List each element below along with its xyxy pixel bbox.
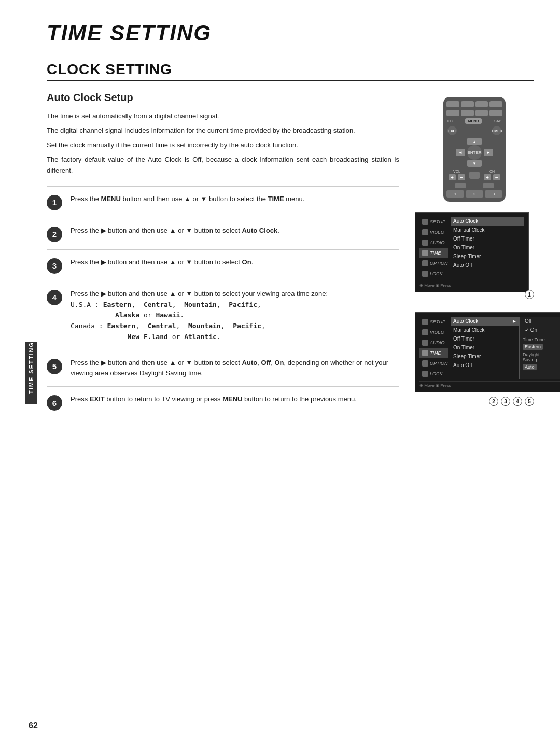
osd-on-timer-2: On Timer (451, 343, 519, 352)
osd-video-item: VIDEO (419, 227, 448, 237)
osd-menu-items-1: Auto Clock Manual Clock Off Timer On Tim… (451, 217, 524, 279)
remote-illustration: CC MENU SAP EXIT TIMER ▲ ◄ (415, 97, 534, 202)
osd-wrapper-1: SETUP VIDEO AUDIO TIME OPTION LOCK Auto … (415, 212, 529, 297)
step-text-3: Press the ▶ button and then use ▲ or ▼ b… (71, 257, 399, 268)
osd-auto-off: Auto Off (451, 261, 524, 270)
step-6: 6 Press EXIT button to return to TV view… (47, 386, 399, 418)
timer-button[interactable]: TIMER (492, 126, 501, 135)
section-title: CLOCK SETTING (47, 61, 534, 81)
remote-control: CC MENU SAP EXIT TIMER ▲ ◄ (443, 97, 506, 202)
auto-bold: Auto (242, 359, 258, 367)
osd-submenu: Off On Time Zone Eastern DaylightSaving … (519, 317, 560, 379)
osd-lock-icon (422, 271, 428, 277)
step-text-5: Press the ▶ button and then use ▲ or ▼ b… (71, 358, 399, 379)
vol-minus-button[interactable]: − (458, 174, 465, 180)
page-number: 62 (29, 721, 38, 730)
fav-button[interactable] (483, 183, 494, 188)
cc-label: CC (447, 119, 453, 123)
remote-btn-1 (446, 101, 459, 107)
step-indicator-3: 3 (501, 397, 510, 406)
osd-audio-icon (422, 240, 428, 246)
exit-button[interactable]: EXIT (447, 126, 457, 135)
step-text-1: Press the MENU button and then use ▲ or … (71, 194, 399, 205)
nav-up-button[interactable]: ▲ (467, 138, 482, 145)
osd-daylight-row: DaylightSaving Auto (523, 352, 560, 370)
nav-down-button[interactable]: ▼ (467, 160, 482, 167)
osd-footer-2: ⊕ Move ◉ Press (419, 381, 560, 388)
remote-btn-5 (446, 110, 459, 116)
osd-audio-icon-2 (422, 340, 428, 346)
intro-para-2: The digital channel signal includes info… (47, 125, 399, 136)
remote-btn-7 (475, 110, 488, 116)
step-text-2: Press the ▶ button and then use ▲ or ▼ b… (71, 226, 399, 236)
step-number-3: 3 (47, 258, 62, 274)
ch-plus-button[interactable]: + (484, 174, 491, 180)
on-bold-2: On (274, 359, 284, 367)
vol-label: VOL (453, 170, 460, 173)
osd-lock-icon-2 (422, 371, 428, 377)
step-number-1: 1 (47, 195, 62, 210)
daylight-badge: Auto (523, 364, 537, 370)
input-button[interactable] (469, 172, 480, 179)
nav-left-button[interactable]: ◄ (456, 149, 465, 156)
osd-on-option: On (523, 326, 560, 334)
remote-num-row: 1 2 3 (446, 190, 502, 198)
auto-clock-label: Auto Clock (453, 318, 478, 324)
osd-screenshot-1-container: SETUP VIDEO AUDIO TIME OPTION LOCK Auto … (415, 212, 534, 406)
num-2-button[interactable]: 2 (466, 190, 483, 198)
step-number-4: 4 (47, 290, 62, 305)
timezone-badge: Eastern (523, 344, 543, 350)
osd-audio-item: AUDIO (419, 237, 448, 248)
exit-bold: EXIT (90, 395, 105, 403)
osd-video-icon (422, 229, 428, 235)
vol-plus-button[interactable]: + (449, 174, 456, 180)
osd-manual-clock: Manual Clock (451, 226, 524, 234)
mute-button[interactable] (455, 183, 466, 188)
intro-para-1: The time is set automatically from a dig… (47, 111, 399, 121)
step-number-2: 2 (47, 227, 62, 242)
osd-footer-1: ⊕ Move ◉ Press (419, 281, 524, 288)
menu-bold-2: MENU (222, 395, 242, 403)
osd-setup-item-2: SETUP (419, 317, 448, 327)
intro-para-4: The factory default value of the Auto Cl… (47, 154, 399, 175)
menu-button[interactable]: MENU (465, 118, 482, 124)
auto-clock-bold: Auto Clock (242, 227, 278, 234)
enter-button[interactable]: ENTER (467, 145, 482, 160)
osd-video-icon-2 (422, 329, 428, 335)
osd-option-icon (422, 260, 428, 266)
osd-manual-clock-2: Manual Clock (451, 326, 519, 334)
osd-auto-clock-2: Auto Clock ► (451, 317, 519, 326)
osd-inner-1: SETUP VIDEO AUDIO TIME OPTION LOCK Auto … (419, 217, 524, 279)
osd-time-item: TIME (419, 248, 448, 258)
osd-auto-off-2: Auto Off (451, 361, 519, 370)
remote-btn-8 (489, 110, 502, 116)
step-text-6: Press EXIT button to return to TV viewin… (71, 394, 399, 405)
osd-sleep-timer: Sleep Timer (451, 252, 524, 261)
ch-label: CH (489, 170, 495, 173)
step-number-5: 5 (47, 359, 62, 374)
time-bold-1: TIME (268, 195, 284, 203)
step-5: 5 Press the ▶ button and then use ▲ or ▼… (47, 350, 399, 387)
nav-right-button[interactable]: ► (484, 149, 493, 156)
remote-btn-2 (461, 101, 474, 107)
remote-btn-row-2 (446, 110, 502, 116)
num-1-button[interactable]: 1 (446, 190, 464, 198)
intro-text: The time is set automatically from a dig… (47, 111, 399, 176)
osd-off-timer-2: Off Timer (451, 334, 519, 343)
step-indicator-2: 2 (489, 397, 498, 406)
num-3-button[interactable]: 3 (485, 190, 502, 198)
osd-sidebar-1: SETUP VIDEO AUDIO TIME OPTION LOCK (419, 217, 448, 279)
remote-vol-ch: VOL + − CH + − (446, 170, 502, 180)
ch-minus-button[interactable]: − (493, 174, 500, 180)
step-indicator-5: 5 (525, 397, 534, 406)
osd-time-icon (422, 250, 428, 256)
remote-btn-4 (489, 101, 502, 107)
osd-on-timer: On Timer (451, 243, 524, 252)
osd-timezone-row: Time Zone Eastern (523, 337, 560, 350)
step-2: 2 Press the ▶ button and then use ▲ or ▼… (47, 218, 399, 249)
osd-setup-icon-2 (422, 319, 428, 325)
remote-nav-pad: ▲ ◄ ENTER ► ▼ (446, 138, 502, 167)
osd-box-2: SETUP VIDEO AUDIO TIME OPTION LOCK Auto … (415, 312, 560, 392)
osd-inner-2: SETUP VIDEO AUDIO TIME OPTION LOCK Auto … (419, 317, 560, 379)
osd-option-item-2: OPTION (419, 358, 448, 369)
